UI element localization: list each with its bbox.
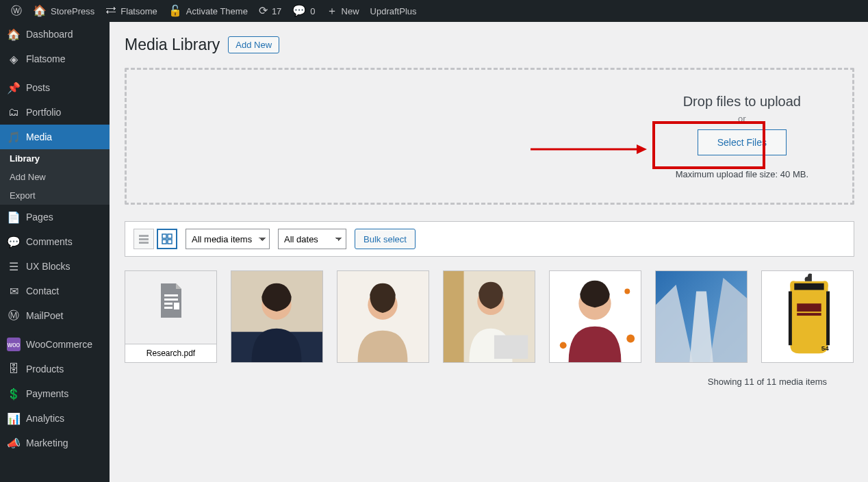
woo-icon: woo <box>7 338 21 351</box>
drop-or: or <box>738 114 746 124</box>
flatsome-icon: ◈ <box>7 52 21 66</box>
sidebar-label: Portfolio <box>26 107 61 118</box>
sidebar-label: Dashboard <box>26 29 73 40</box>
sidebar-label: Flatsome <box>26 53 66 64</box>
svg-rect-12 <box>174 303 179 309</box>
activate-theme[interactable]: 🔓Activate Theme <box>163 0 253 22</box>
sidebar-item-mailpoet[interactable]: ⓂMailPoet <box>0 303 110 328</box>
activate-label: Activate Theme <box>186 6 248 16</box>
portfolio-icon: 🗂 <box>7 105 21 119</box>
svg-rect-3 <box>139 238 149 240</box>
add-new-button[interactable]: Add New <box>228 36 279 53</box>
megaphone-icon: 📣 <box>7 436 21 450</box>
comments-link[interactable]: 💬0 <box>287 0 320 22</box>
list-view-button[interactable] <box>133 229 154 249</box>
media-item-image[interactable] <box>549 270 641 363</box>
sidebar-label: Contact <box>26 286 59 296</box>
upload-dropzone[interactable]: Drop files to upload or Select Files Max… <box>125 68 854 205</box>
sidebar-label: MailPoet <box>26 310 63 321</box>
chevron-left-right-icon: ⮂ <box>105 5 116 16</box>
drop-title: Drop files to upload <box>683 94 801 110</box>
max-upload-size: Maximum upload file size: 40 MB. <box>676 169 808 179</box>
photo-thumbnail <box>550 271 641 362</box>
svg-rect-7 <box>162 240 166 244</box>
photo-thumbnail <box>656 271 747 362</box>
theme-link[interactable]: ⮂Flatsome <box>100 0 162 22</box>
view-toggle <box>133 229 177 249</box>
sidebar-item-payments[interactable]: 💲Payments <box>0 381 110 406</box>
sidebar-item-dashboard[interactable]: 🏠Dashboard <box>0 22 110 47</box>
filter-media-type[interactable]: All media items <box>186 229 270 249</box>
mailpoet-icon: Ⓜ <box>7 309 21 322</box>
unlock-icon: 🔓 <box>168 5 182 16</box>
svg-point-25 <box>560 342 567 348</box>
svg-marker-1 <box>637 144 647 154</box>
sidebar-label: Media <box>26 131 52 142</box>
sidebar-label: Products <box>26 364 64 375</box>
media-item-file[interactable]: Research.pdf <box>125 270 217 363</box>
sidebar-item-comments[interactable]: 💬Comments <box>0 229 110 254</box>
media-grid: Research.pdf 54 <box>125 270 854 363</box>
sidebar-item-analytics[interactable]: 📊Analytics <box>0 406 110 431</box>
sidebar-label: Posts <box>26 82 50 93</box>
media-submenu: Library Add New Export <box>0 149 110 205</box>
svg-rect-23 <box>494 335 528 359</box>
dashboard-icon: 🏠 <box>7 27 21 41</box>
svg-rect-5 <box>162 234 166 238</box>
sidebar-label: Analytics <box>26 413 64 424</box>
media-item-image[interactable] <box>443 270 535 363</box>
media-item-image[interactable] <box>231 270 323 363</box>
wp-logo[interactable]: ⓦ <box>5 0 27 22</box>
sidebar-item-contact[interactable]: ✉Contact <box>0 279 110 303</box>
annotation-arrow <box>531 142 647 156</box>
sidebar-item-media[interactable]: 🎵Media <box>0 125 110 149</box>
submenu-library[interactable]: Library <box>0 149 110 168</box>
grid-view-button[interactable] <box>157 229 177 249</box>
admin-bar: ⓦ 🏠StorePress ⮂Flatsome 🔓Activate Theme … <box>0 0 868 22</box>
photo-thumbnail <box>231 271 322 362</box>
blocks-icon: ☰ <box>7 259 21 273</box>
submenu-addnew[interactable]: Add New <box>0 168 110 186</box>
sidebar-label: Payments <box>26 388 68 399</box>
sidebar-item-woocommerce[interactable]: wooWooCommerce <box>0 332 110 357</box>
sidebar-item-portfolio[interactable]: 🗂Portfolio <box>0 100 110 125</box>
media-item-image[interactable] <box>655 270 748 363</box>
site-link[interactable]: 🏠StorePress <box>27 0 100 22</box>
sidebar-item-uxblocks[interactable]: ☰UX Blocks <box>0 254 110 279</box>
svg-rect-20 <box>444 271 464 362</box>
theme-name: Flatsome <box>120 6 157 16</box>
payments-icon: 💲 <box>7 387 21 401</box>
media-icon: 🎵 <box>7 130 21 144</box>
new-label: New <box>342 6 359 16</box>
envelope-icon: ✉ <box>7 284 21 298</box>
sidebar-label: Comments <box>26 236 73 247</box>
submenu-export[interactable]: Export <box>0 186 110 205</box>
updates-link[interactable]: ⟳17 <box>253 0 287 22</box>
select-files-button[interactable]: Select Files <box>698 129 787 155</box>
media-item-image[interactable] <box>337 270 429 363</box>
sidebar-item-posts[interactable]: 📌Posts <box>0 75 110 100</box>
refresh-icon: ⟳ <box>259 5 268 16</box>
updates-count: 17 <box>272 6 281 16</box>
bulk-select-button[interactable]: Bulk select <box>355 229 416 249</box>
media-item-image[interactable]: 54 <box>761 270 854 363</box>
home-icon: 🏠 <box>33 5 47 16</box>
comments-count: 0 <box>310 6 315 16</box>
products-icon: 🗄 <box>7 362 21 376</box>
svg-rect-34 <box>797 303 821 312</box>
sidebar-item-products[interactable]: 🗄Products <box>0 357 110 381</box>
list-icon <box>138 233 149 244</box>
page-title: Media Library <box>125 36 220 54</box>
sidebar-item-flatsome[interactable]: ◈Flatsome <box>0 47 110 71</box>
photo-thumbnail <box>444 271 535 362</box>
sidebar-item-pages[interactable]: 📄Pages <box>0 205 110 229</box>
updraft-link[interactable]: UpdraftPlus <box>365 0 422 22</box>
filter-date[interactable]: All dates <box>278 229 346 249</box>
new-link[interactable]: ＋New <box>321 0 365 22</box>
site-name: StorePress <box>51 6 94 16</box>
updraft-label: UpdraftPlus <box>370 6 417 16</box>
page-header: Media Library Add New <box>125 36 854 54</box>
svg-rect-10 <box>164 299 178 301</box>
sidebar-item-marketing[interactable]: 📣Marketing <box>0 431 110 455</box>
sidebar-label: Pages <box>26 212 53 223</box>
